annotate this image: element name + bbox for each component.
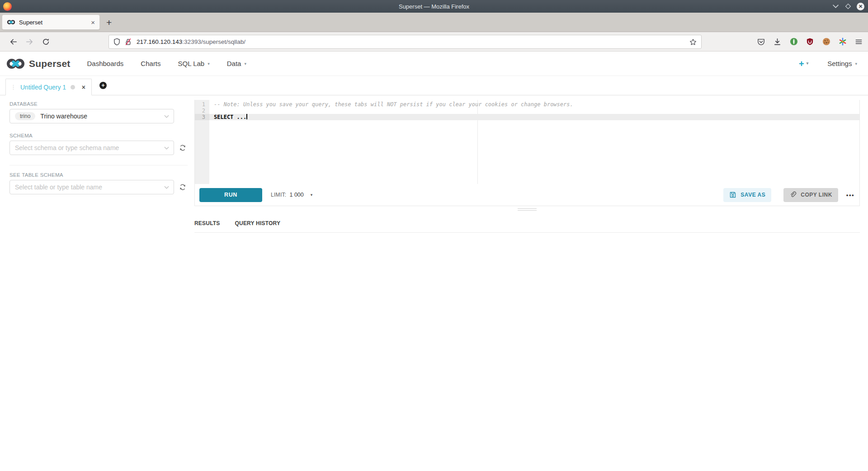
- downloads-icon[interactable]: [772, 37, 783, 47]
- superset-navbar: Superset Dashboards Charts SQL Lab▾ Data…: [0, 52, 868, 76]
- browser-tab-superset[interactable]: Superset ×: [2, 14, 100, 30]
- browser-tab-close-icon[interactable]: ×: [91, 19, 95, 26]
- database-select[interactable]: trino Trino warehouse: [9, 109, 174, 123]
- sql-statement: SELECT ...: [209, 114, 246, 120]
- run-button[interactable]: RUN: [199, 188, 262, 202]
- url-host: 217.160.120.143: [137, 38, 182, 45]
- cookie-icon[interactable]: [821, 37, 831, 47]
- window-close-button[interactable]: ✕: [857, 3, 864, 10]
- schema-select[interactable]: [9, 141, 174, 155]
- editor-active-line: 3 SELECT ...: [195, 114, 859, 120]
- bookmark-star-icon[interactable]: [689, 38, 697, 46]
- browser-tabstrip: Superset × +: [0, 13, 868, 32]
- window-maximize-button[interactable]: [844, 2, 852, 10]
- pocket-icon[interactable]: [756, 37, 766, 47]
- refresh-tables-icon[interactable]: [178, 183, 187, 192]
- table-schema-label: SEE TABLE SCHEMA: [9, 172, 194, 178]
- url-path: :32393/superset/sqllab/: [182, 38, 245, 45]
- limit-value: 1 000: [289, 192, 303, 198]
- database-value: Trino warehouse: [40, 113, 87, 120]
- brand-name: Superset: [29, 58, 70, 69]
- url-bar[interactable]: 217.160.120.143:32393/superset/sqllab/: [108, 35, 702, 49]
- caret-down-icon: ▾: [855, 61, 857, 66]
- sql-comment: -- Note: Unless you save your query, the…: [209, 101, 573, 108]
- schema-label: SCHEMA: [9, 133, 194, 138]
- tab-results[interactable]: RESULTS: [194, 220, 220, 226]
- editor-line: 2: [195, 108, 859, 114]
- window-minimize-button[interactable]: [831, 2, 840, 10]
- editor-toolbar: RUN LIMIT: 1 000 ▾ SAVE AS COPY LINK •••: [195, 184, 859, 206]
- new-tab-button[interactable]: +: [106, 18, 112, 27]
- editor-line: 1 -- Note: Unless you save your query, t…: [195, 101, 859, 108]
- superset-infinity-icon: [6, 58, 25, 70]
- superset-favicon: [7, 19, 15, 25]
- insecure-lock-icon[interactable]: [125, 38, 132, 46]
- chevron-down-icon: [164, 183, 169, 191]
- window-title: Superset — Mozilla Firefox: [0, 3, 868, 10]
- nav-item-charts[interactable]: Charts: [132, 60, 169, 67]
- south-pane-tabs: RESULTS QUERY HISTORY: [194, 220, 860, 226]
- new-item-menu[interactable]: +▾: [799, 59, 808, 68]
- tracking-shield-icon[interactable]: [113, 38, 120, 46]
- query-pane: 1 -- Note: Unless you save your query, t…: [194, 100, 860, 206]
- back-button[interactable]: [6, 35, 20, 48]
- chevron-down-icon: [164, 144, 169, 152]
- query-tab-close-icon[interactable]: ×: [82, 84, 85, 90]
- caret-down-icon: ▾: [208, 61, 210, 66]
- reload-button[interactable]: [39, 35, 52, 48]
- menu-icon[interactable]: [854, 37, 864, 47]
- save-as-button[interactable]: SAVE AS: [723, 188, 771, 202]
- south-pane-divider: [194, 232, 860, 233]
- nav-item-data[interactable]: Data▾: [218, 60, 255, 67]
- link-icon: [789, 191, 797, 198]
- sidebar-divider: [9, 165, 188, 165]
- plus-icon: +: [799, 59, 804, 68]
- caret-down-icon: ▾: [244, 61, 246, 66]
- chevron-down-icon: [164, 112, 169, 120]
- copy-link-button[interactable]: COPY LINK: [783, 188, 838, 202]
- query-status-dot: [71, 85, 75, 89]
- splitter-drag-handle-icon[interactable]: [518, 208, 537, 211]
- window-titlebar: Superset — Mozilla Firefox ✕: [0, 0, 868, 13]
- table-select[interactable]: [9, 180, 174, 194]
- database-engine-tag: trino: [15, 112, 35, 120]
- browser-url-toolbar: 217.160.120.143:32393/superset/sqllab/: [0, 32, 868, 52]
- browser-tab-title: Superset: [19, 19, 42, 26]
- multicolor-asterisk-icon[interactable]: [837, 37, 848, 47]
- refresh-schemas-icon[interactable]: [178, 143, 187, 152]
- table-select-input[interactable]: [15, 184, 162, 191]
- query-tab-untitled-query-1[interactable]: ⋮ Untitled Query 1 ×: [5, 79, 92, 95]
- forward-button[interactable]: [23, 35, 36, 48]
- drag-handle-icon[interactable]: ⋮: [10, 84, 16, 90]
- text-cursor: [246, 114, 247, 119]
- more-actions-button[interactable]: •••: [846, 192, 854, 198]
- sql-editor[interactable]: 1 -- Note: Unless you save your query, t…: [195, 100, 859, 184]
- superset-logo[interactable]: Superset: [6, 58, 70, 70]
- nav-item-dashboards[interactable]: Dashboards: [78, 60, 132, 67]
- database-label: DATABASE: [9, 101, 194, 107]
- limit-dropdown[interactable]: LIMIT: 1 000 ▾: [271, 192, 312, 198]
- query-tab-bar: ⋮ Untitled Query 1 × +: [0, 76, 868, 95]
- query-tab-label: Untitled Query 1: [20, 84, 66, 91]
- pane-splitter[interactable]: [194, 208, 860, 216]
- settings-menu[interactable]: Settings▾: [827, 60, 857, 67]
- ublock-icon[interactable]: [805, 37, 815, 47]
- caret-down-icon: ▾: [807, 61, 809, 66]
- schema-select-input[interactable]: [15, 144, 162, 151]
- caret-down-icon: ▾: [311, 193, 313, 197]
- save-icon: [729, 191, 736, 198]
- privacy-badger-icon[interactable]: [788, 37, 799, 47]
- tab-query-history[interactable]: QUERY HISTORY: [235, 220, 281, 226]
- sqllab-sidebar: DATABASE trino Trino warehouse SCHEMA: [0, 95, 194, 471]
- add-query-tab-button[interactable]: +: [99, 82, 107, 89]
- nav-item-sql-lab[interactable]: SQL Lab▾: [170, 60, 218, 67]
